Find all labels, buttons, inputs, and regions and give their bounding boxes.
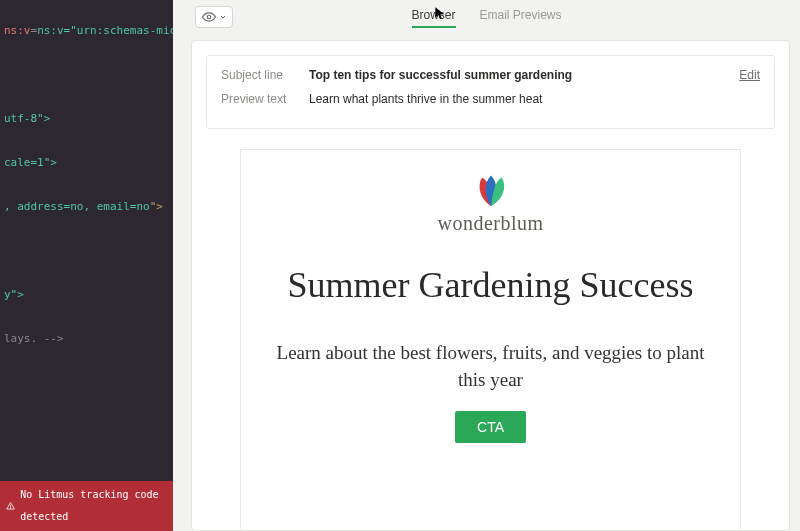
tab-browser[interactable]: Browser bbox=[411, 8, 455, 28]
code-line: ns:v=ns:v="urn:schemas-microsoft- bbox=[0, 20, 173, 42]
code-editor-panel: ns:v=ns:v="urn:schemas-microsoft- utf-8"… bbox=[0, 0, 173, 531]
chevron-down-icon bbox=[219, 13, 227, 21]
preview-toolbar: Browser Email Previews bbox=[173, 0, 800, 34]
email-preview-body: wonderblum Summer Gardening Success Lear… bbox=[240, 149, 741, 529]
warning-icon bbox=[6, 500, 15, 512]
brand-logo: wonderblum bbox=[271, 172, 710, 235]
preview-tabs: Browser Email Previews bbox=[411, 8, 561, 28]
subject-line-label: Subject line bbox=[221, 68, 295, 82]
code-line: cale=1"> bbox=[0, 152, 173, 174]
preview-text-value: Learn what plants thrive in the summer h… bbox=[309, 92, 542, 106]
cta-button[interactable]: CTA bbox=[455, 411, 526, 443]
code-line: utf-8"> bbox=[0, 108, 173, 130]
edit-link[interactable]: Edit bbox=[739, 68, 760, 82]
subject-line-value: Top ten tips for successful summer garde… bbox=[309, 68, 572, 82]
subject-preview-card: Subject line Top ten tips for successful… bbox=[206, 55, 775, 129]
visibility-dropdown-button[interactable] bbox=[195, 6, 233, 28]
preview-text-label: Preview text bbox=[221, 92, 295, 106]
email-headline: Summer Gardening Success bbox=[271, 263, 710, 308]
tracking-warning-text: No Litmus tracking code detected bbox=[20, 484, 167, 528]
petal-logo-icon bbox=[464, 172, 518, 208]
preview-panel: Browser Email Previews Subject line Top … bbox=[173, 0, 800, 531]
code-line: lays. --> bbox=[0, 328, 173, 350]
tab-email-previews[interactable]: Email Previews bbox=[479, 8, 561, 28]
svg-point-1 bbox=[10, 508, 11, 509]
email-subheadline: Learn about the best flowers, fruits, an… bbox=[271, 340, 710, 393]
preview-stage: Subject line Top ten tips for successful… bbox=[191, 40, 790, 531]
svg-point-2 bbox=[207, 15, 211, 19]
brand-name: wonderblum bbox=[437, 212, 543, 235]
eye-icon bbox=[202, 10, 216, 24]
code-line: y"> bbox=[0, 284, 173, 306]
code-line: , address=no, email=no"> bbox=[0, 196, 173, 218]
tracking-warning-bar: No Litmus tracking code detected bbox=[0, 481, 173, 531]
